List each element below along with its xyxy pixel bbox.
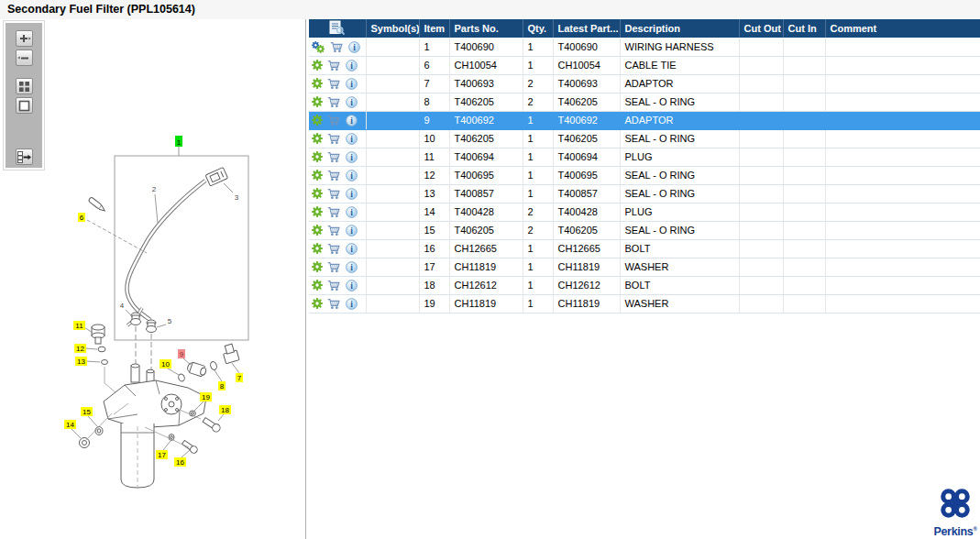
cell-qty: 2	[523, 93, 553, 111]
table-row[interactable]: 11 T400694 1 T400694 PLUG	[309, 148, 980, 166]
table-row[interactable]: 14 T400428 2 T400428 PLUG	[309, 203, 980, 221]
callout-7[interactable]: 7	[236, 373, 243, 382]
callout-1[interactable]: 1	[175, 136, 182, 147]
table-row[interactable]: 13 T400857 1 T400857 SEAL - O RING	[309, 184, 980, 203]
info-icon[interactable]	[346, 225, 358, 236]
info-icon[interactable]	[348, 41, 360, 53]
configure-gear-icon[interactable]	[312, 298, 323, 309]
info-icon[interactable]	[346, 206, 358, 218]
callout-13[interactable]: 13	[75, 357, 87, 366]
add-to-cart-icon[interactable]	[327, 115, 341, 126]
table-row[interactable]: 9 T400692 1 T400692 ADAPTOR	[309, 111, 980, 129]
add-to-cart-icon[interactable]	[330, 41, 344, 53]
cell-symbols	[366, 184, 419, 203]
table-row[interactable]: 17 CH11819 1 CH11819 WASHER	[309, 258, 980, 276]
configure-gear-icon[interactable]	[312, 96, 323, 107]
add-to-cart-icon[interactable]	[327, 225, 341, 236]
table-row[interactable]: 16 CH12665 1 CH12665 BOLT	[309, 239, 980, 258]
callout-15[interactable]: 15	[81, 407, 93, 416]
add-to-cart-icon[interactable]	[327, 261, 341, 273]
callout-10[interactable]: 10	[160, 359, 171, 368]
callout-12[interactable]: 12	[74, 344, 86, 353]
table-row[interactable]: 18 CH12612 1 CH12612 BOLT	[309, 276, 980, 294]
info-icon[interactable]	[346, 170, 358, 182]
table-row[interactable]: 10 T406205 1 T406205 SEAL - O RING	[309, 129, 980, 148]
callout-18[interactable]: 18	[219, 405, 231, 414]
column-header-comment[interactable]: Comment	[825, 19, 980, 38]
info-icon[interactable]	[346, 115, 358, 126]
table-row[interactable]: 15 T406205 2 T406205 SEAL - O RING	[309, 221, 980, 239]
table-row[interactable]: 8 T406205 2 T406205 SEAL - O RING	[309, 93, 980, 111]
add-to-cart-icon[interactable]	[327, 133, 341, 145]
info-icon[interactable]	[346, 298, 358, 310]
add-to-cart-icon[interactable]	[327, 188, 341, 200]
toggle-panel-button[interactable]	[16, 148, 33, 165]
info-icon[interactable]	[346, 243, 358, 255]
svg-text:8: 8	[220, 382, 225, 390]
info-icon[interactable]	[346, 78, 358, 90]
configure-gear-icon[interactable]	[312, 60, 323, 71]
zoom-out-button[interactable]	[16, 50, 33, 66]
cell-latest-part: CH11819	[553, 258, 620, 276]
callout-16[interactable]: 16	[174, 457, 186, 467]
cell-comment	[825, 148, 980, 166]
add-to-cart-icon[interactable]	[327, 298, 341, 310]
column-header-parts-no[interactable]: Parts No.	[449, 19, 523, 38]
configure-gear-multi-icon[interactable]	[312, 41, 325, 53]
configure-gear-icon[interactable]	[312, 151, 323, 162]
cell-symbols	[366, 258, 419, 276]
cell-parts-no: T400690	[449, 38, 523, 56]
column-header-cut-in[interactable]: Cut In	[783, 19, 825, 38]
add-to-cart-icon[interactable]	[327, 206, 341, 218]
configure-gear-icon[interactable]	[312, 280, 323, 291]
add-to-cart-icon[interactable]	[327, 170, 341, 182]
svg-text:18: 18	[221, 406, 229, 414]
table-row[interactable]: 19 CH11819 1 CH11819 WASHER	[309, 294, 980, 313]
add-to-cart-icon[interactable]	[327, 280, 341, 292]
tile-view-button[interactable]	[16, 78, 33, 94]
column-header-qty[interactable]: Qty.	[523, 19, 553, 38]
configure-gear-icon[interactable]	[312, 243, 323, 254]
configure-gear-icon[interactable]	[312, 170, 323, 181]
callout-19[interactable]: 19	[200, 392, 212, 402]
callout-6[interactable]: 6	[78, 213, 85, 222]
configure-gear-icon[interactable]	[312, 225, 323, 236]
column-header-latest-part[interactable]: Latest Part...	[553, 19, 620, 38]
callout-8[interactable]: 8	[218, 381, 226, 390]
table-row[interactable]: 12 T400695 1 T400695 SEAL - O RING	[309, 166, 980, 184]
add-to-cart-icon[interactable]	[327, 151, 341, 163]
table-row[interactable]: 7 T400693 2 T400693 ADAPTOR	[309, 74, 980, 93]
add-to-cart-icon[interactable]	[327, 78, 341, 90]
callout-17[interactable]: 17	[156, 450, 168, 459]
fit-view-button[interactable]	[16, 97, 33, 114]
column-header-actions[interactable]	[309, 19, 366, 38]
configure-gear-icon[interactable]	[312, 188, 323, 199]
info-icon[interactable]	[346, 133, 358, 145]
add-to-cart-icon[interactable]	[327, 243, 341, 255]
cell-qty: 2	[523, 74, 553, 93]
table-row[interactable]: 1 T400690 1 T400690 WIRING HARNESS	[309, 38, 980, 56]
info-icon[interactable]	[346, 151, 358, 163]
callout-11[interactable]: 11	[73, 321, 85, 330]
column-header-cut-out[interactable]: Cut Out	[739, 19, 783, 38]
configure-gear-icon[interactable]	[312, 133, 323, 144]
configure-gear-icon[interactable]	[312, 261, 323, 272]
callout-9[interactable]: 9	[178, 349, 185, 358]
column-header-item[interactable]: Item	[419, 19, 449, 38]
info-icon[interactable]	[346, 60, 358, 72]
info-icon[interactable]	[346, 261, 358, 273]
info-icon[interactable]	[346, 188, 358, 200]
info-icon[interactable]	[346, 280, 358, 292]
column-header-symbol-s[interactable]: Symbol(s)	[366, 19, 419, 38]
info-icon[interactable]	[346, 96, 358, 108]
callout-14[interactable]: 14	[64, 420, 76, 429]
add-to-cart-icon[interactable]	[327, 96, 341, 108]
zoom-in-button[interactable]	[16, 30, 33, 47]
table-row[interactable]: 6 CH10054 1 CH10054 CABLE TIE	[309, 56, 980, 74]
column-header-description[interactable]: Description	[620, 19, 739, 38]
configure-gear-icon[interactable]	[312, 206, 323, 217]
configure-gear-icon[interactable]	[312, 115, 323, 126]
cell-cut-out	[739, 166, 783, 184]
add-to-cart-icon[interactable]	[327, 60, 341, 72]
configure-gear-icon[interactable]	[312, 78, 323, 89]
